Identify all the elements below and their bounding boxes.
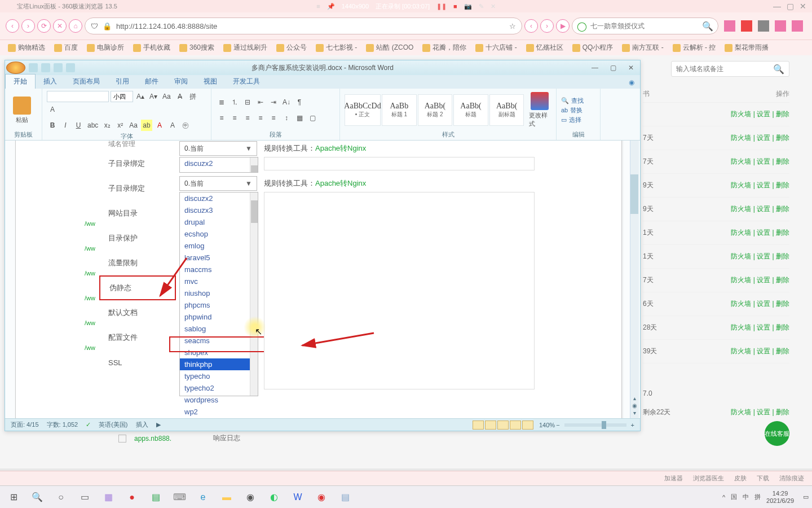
style-card[interactable]: AaBb(标题	[453, 94, 488, 126]
view-print-icon[interactable]	[473, 421, 484, 430]
grow-font-icon[interactable]: A▴	[135, 91, 146, 102]
actions-cell[interactable]: 防火墙 | 设置 | 删除	[731, 110, 789, 119]
notes-icon[interactable]: ▤	[335, 489, 355, 506]
list-option[interactable]: wp2	[180, 406, 258, 418]
qat-redo-icon[interactable]	[54, 63, 63, 72]
rewrite-list-2[interactable]: discuzx2discuzx3drupalecshopemloglaravel…	[179, 192, 258, 396]
style-card[interactable]: AaBb标题 1	[382, 94, 417, 126]
zoom-level[interactable]: 140%	[539, 422, 555, 428]
bookmark-item[interactable]: 公众号	[276, 43, 307, 52]
bookmark-item[interactable]: 360搜索	[179, 43, 214, 52]
list-option[interactable]: discuzx3	[180, 204, 258, 216]
bookmark-item[interactable]: 电脑诊所	[87, 43, 124, 52]
pin-icon[interactable]: 📌	[327, 3, 335, 10]
actions-cell[interactable]: 防火墙 | 设置 | 删除	[731, 157, 789, 167]
ext-icon-3[interactable]	[758, 20, 769, 32]
menu-domain[interactable]: 域名管理	[99, 141, 176, 151]
numbering-icon[interactable]: ⒈	[229, 97, 240, 108]
bullets-icon[interactable]: ≣	[216, 97, 227, 108]
actions-cell[interactable]: 防火墙 | 设置 | 删除	[731, 181, 789, 190]
cortana-icon[interactable]: ○	[51, 489, 71, 506]
superscript-icon[interactable]: x²	[114, 120, 126, 131]
stop-icon[interactable]: ■	[453, 3, 457, 10]
bookmark-item[interactable]: 云解析 - 控	[673, 43, 716, 52]
bookmark-item[interactable]: 梨花带雨播	[725, 43, 769, 52]
macro-icon[interactable]: ▶	[156, 421, 161, 428]
rewrite-dropdown-2[interactable]: 0.当前▼	[179, 176, 257, 191]
edit-icon[interactable]: ✎	[479, 3, 484, 10]
list-option[interactable]: discuzx2	[180, 157, 258, 169]
language[interactable]: 英语(美国)	[99, 421, 127, 429]
proof-icon[interactable]: ✓	[86, 421, 91, 428]
change-case-icon[interactable]: Aa	[161, 91, 173, 102]
ribbon-tab[interactable]: 审阅	[166, 75, 196, 89]
apache-nginx-link[interactable]: Apache转Nginx	[315, 179, 366, 187]
nav-extra3[interactable]: ▶	[556, 19, 570, 33]
scrollbar[interactable]	[250, 157, 258, 172]
bookmark-item[interactable]: 站酷 (ZCOO	[366, 43, 413, 52]
word-maximize[interactable]: ▢	[604, 61, 622, 75]
star-icon[interactable]: ☆	[509, 22, 516, 30]
bookmark-item[interactable]: 花瓣，陪你	[422, 43, 466, 52]
view-fullread-icon[interactable]	[485, 421, 496, 430]
tray-ime3[interactable]: 拼	[754, 493, 761, 501]
strike-icon[interactable]: abc	[86, 120, 100, 131]
status-item[interactable]: 下载	[757, 474, 769, 483]
list-option[interactable]: phpcms	[180, 299, 258, 311]
clear-format-icon[interactable]: A̶	[174, 91, 186, 102]
indent-dec-icon[interactable]: ⇤	[255, 97, 266, 108]
phonetic-icon[interactable]: 拼	[187, 91, 198, 102]
menu-icon[interactable]: ≡	[316, 3, 320, 10]
align-left-icon[interactable]: ≡	[216, 112, 227, 124]
bookmark-item[interactable]: 手机收藏	[133, 43, 170, 52]
search-icon[interactable]: 🔍	[702, 21, 713, 32]
site-name[interactable]: apps.nb888.	[134, 435, 171, 443]
bookmark-item[interactable]: 忆殇社区	[526, 43, 563, 52]
prev-page-icon[interactable]: ▴	[633, 395, 636, 401]
select-button[interactable]: ▭选择	[561, 116, 584, 124]
tray-ime1[interactable]: 国	[731, 493, 737, 501]
multilevel-icon[interactable]: ⊟	[242, 97, 253, 108]
qat-save-icon[interactable]	[29, 63, 38, 72]
word-count[interactable]: 字数: 1,052	[47, 421, 78, 429]
ribbon-tab[interactable]: 开始	[5, 74, 36, 89]
shading-icon[interactable]: ▦	[294, 112, 305, 124]
next-page-icon[interactable]: ▾	[633, 410, 636, 416]
actions-cell[interactable]: 防火墙 | 设置 | 删除	[731, 275, 789, 285]
notification-icon[interactable]: ▭	[803, 493, 809, 501]
taskview-icon[interactable]: ▭	[74, 489, 95, 506]
ext-icon-4[interactable]	[775, 20, 786, 32]
explorer-icon[interactable]: ▬	[217, 489, 237, 506]
line-spacing-icon[interactable]: ↕	[281, 112, 292, 124]
actions-cell[interactable]: 防火墙 | 设置 | 删除	[731, 323, 789, 332]
ribbon-tab[interactable]: 插入	[36, 75, 65, 89]
view-outline-icon[interactable]	[510, 421, 521, 430]
search-icon[interactable]: 🔍	[773, 64, 784, 75]
list-option[interactable]: typecho	[180, 370, 258, 382]
list-option[interactable]: ecshop	[180, 228, 258, 240]
office-button[interactable]	[6, 62, 25, 74]
pause-icon[interactable]: ❚❚	[436, 3, 447, 10]
tray-ime2[interactable]: 中	[743, 493, 749, 501]
find-button[interactable]: 🔍查找	[561, 97, 584, 105]
align-right-icon[interactable]: ≡	[242, 112, 253, 124]
ribbon-tab[interactable]: 引用	[108, 75, 137, 89]
zoom-slider[interactable]	[564, 423, 626, 427]
ribbon-tab[interactable]: 页面布局	[65, 75, 108, 89]
bold-icon[interactable]: B	[47, 120, 58, 131]
page-indicator[interactable]: 页面: 4/15	[11, 421, 39, 429]
ext-icon-1[interactable]	[724, 20, 735, 32]
replace-button[interactable]: ab替换	[561, 106, 584, 115]
char-shading-icon[interactable]: A	[167, 120, 178, 131]
search-icon[interactable]: 🔍	[27, 489, 47, 506]
word-vscrollbar[interactable]: ▴◉▾	[630, 141, 639, 418]
align-justify-icon[interactable]: ≡	[255, 112, 266, 124]
ribbon-tab[interactable]: 邮件	[137, 75, 166, 89]
actions-cell[interactable]: 防火墙 | 设置 | 删除	[731, 204, 789, 214]
word-icon[interactable]: W	[288, 489, 308, 506]
view-draft-icon[interactable]	[522, 421, 533, 430]
help-icon[interactable]: ◉	[623, 76, 640, 89]
style-card[interactable]: AaBb(标题 2	[418, 94, 453, 126]
music-icon[interactable]: ◉	[311, 489, 332, 506]
nav-extra1[interactable]: ‹	[524, 19, 538, 33]
